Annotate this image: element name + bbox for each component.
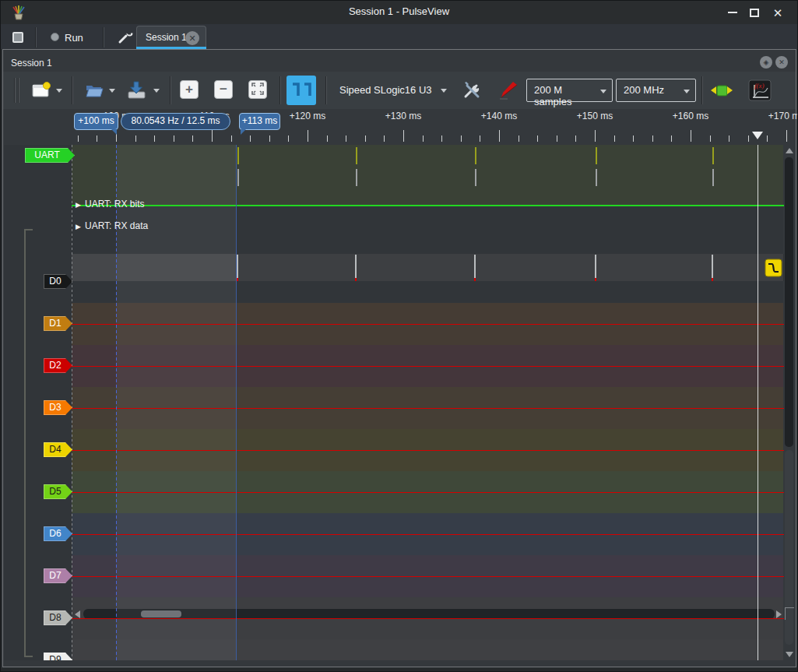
scroll-left-icon[interactable] (75, 610, 80, 618)
device-dropdown-arrow[interactable] (441, 89, 447, 93)
ruler-tick (327, 135, 328, 142)
ruler-tick (403, 130, 404, 142)
d0-pulse (237, 255, 238, 280)
time-flag-113ms[interactable]: +113 ms (239, 113, 280, 130)
device-selector[interactable]: Sipeed SLogic16 U3 (339, 84, 432, 96)
d0-pulse (595, 255, 596, 280)
close-button[interactable]: ✕ (768, 1, 788, 24)
pulseview-window: Session 1 - PulseView ✕ Run Session 1 ✕ … (0, 0, 798, 672)
settings-wrench-icon[interactable] (116, 29, 133, 46)
decoder-row-expander[interactable]: ▶ (76, 223, 81, 230)
tab-session-1[interactable]: Session 1 ✕ (136, 26, 206, 49)
decoder-annotation-mark (475, 169, 476, 186)
stop-button[interactable] (12, 32, 23, 43)
zoom-out-button[interactable]: − (214, 80, 233, 99)
time-ruler[interactable]: +100 ms 80.0543 Hz / 12.5 ms +113 ms +10… (4, 109, 795, 145)
decoder-tag-uart[interactable]: UART (25, 148, 75, 163)
open-file-dropdown-arrow[interactable] (109, 89, 115, 93)
save-file-dropdown-arrow[interactable] (153, 89, 160, 93)
show-sampling-points-button[interactable] (287, 76, 316, 105)
ruler-tick (595, 130, 596, 142)
d0-pulse-foot (355, 278, 357, 281)
channel-group-bracket-hook (24, 656, 33, 657)
ruler-tick (480, 135, 480, 142)
panel-close-button[interactable]: ✕ (775, 56, 788, 69)
ruler-tick (671, 135, 672, 142)
channel-tag-d5[interactable]: D5 (44, 484, 72, 499)
channel-tag-d7[interactable]: D7 (44, 568, 72, 583)
sample-count-combo[interactable]: 200 M samples (526, 79, 613, 102)
trigger-falling-edge-badge[interactable] (765, 259, 782, 277)
zoom-in-button[interactable]: + (180, 80, 199, 99)
scroll-down-icon[interactable] (786, 652, 793, 657)
channel-tag-d2[interactable]: D2 (44, 358, 72, 373)
ruler-tick (710, 135, 711, 142)
separator (325, 76, 327, 104)
new-session-dropdown-arrow[interactable] (56, 89, 62, 93)
panel-float-button[interactable]: ◈ (760, 56, 772, 69)
run-button[interactable]: Run (65, 32, 83, 44)
ruler-tick (461, 135, 462, 142)
window-title: Session 1 - PulseView (1, 5, 797, 17)
signal-line-d1 (72, 324, 784, 325)
zoom-fit-button[interactable] (248, 80, 267, 99)
channel-tag-d9[interactable]: D9 (44, 653, 72, 660)
save-file-icon[interactable] (126, 79, 148, 101)
separator (103, 27, 104, 47)
vertical-scrollbar-thumb[interactable] (785, 157, 793, 447)
separator (170, 76, 171, 104)
add-decoder-icon[interactable] (710, 80, 733, 100)
vertical-scrollbar[interactable] (783, 145, 795, 660)
signal-line-d2 (72, 366, 784, 367)
channels-probe-icon[interactable] (497, 79, 519, 101)
ruler-tick (614, 135, 615, 142)
resize-grip[interactable] (785, 607, 794, 620)
cursor-pair-label[interactable]: 80.0543 Hz / 12.5 ms (121, 113, 230, 130)
channel-tag-d6[interactable]: D6 (44, 526, 72, 541)
trigger-marker-icon[interactable] (752, 132, 763, 139)
ruler-tick (269, 135, 270, 142)
cursor-2-line[interactable] (236, 145, 237, 660)
decoder-row-expander[interactable]: ▶ (76, 201, 81, 209)
flag-notch (111, 129, 117, 135)
separator (72, 76, 73, 104)
ruler-tick (346, 135, 346, 142)
scroll-up-icon[interactable] (786, 148, 793, 153)
decoder-row-label: UART: RX data (85, 220, 148, 231)
minimize-button[interactable] (722, 1, 743, 24)
ruler-time-label: +150 ms (560, 111, 630, 121)
signal-line-d7 (72, 576, 784, 577)
channel-tag-d4[interactable]: D4 (44, 442, 72, 457)
scroll-right-icon[interactable] (776, 610, 782, 618)
signal-line-d6 (72, 534, 784, 535)
decoder-annotation-mark (596, 147, 597, 164)
d0-pulse-foot (712, 278, 713, 281)
channel-tag-d0[interactable]: D0 (44, 274, 72, 289)
toolbar-handle[interactable] (14, 78, 16, 103)
signal-line-d3 (72, 408, 784, 409)
sample-rate-combo[interactable]: 200 MHz (616, 79, 696, 102)
add-math-signal-icon[interactable]: f(x) (747, 79, 772, 102)
configure-device-icon[interactable] (461, 79, 483, 101)
trace-view[interactable]: D0D1D2D3D4D5D6D7D8D9D10UART▶UART: RX bit… (4, 145, 795, 660)
maximize-button[interactable] (744, 1, 765, 24)
channel-tag-d1[interactable]: D1 (44, 316, 72, 331)
d0-pulse-foot (595, 278, 596, 281)
channel-group-bracket[interactable] (24, 229, 26, 657)
run-state-icon (51, 33, 59, 41)
open-file-icon[interactable] (84, 80, 106, 100)
ruler-tick (192, 135, 193, 142)
new-session-icon[interactable] (31, 80, 53, 100)
separator (35, 27, 37, 47)
time-flag-100ms[interactable]: +100 ms (74, 113, 118, 130)
ruler-tick (174, 135, 174, 142)
channel-group-bracket-hook (24, 229, 33, 230)
toolbar-handle[interactable] (18, 78, 19, 103)
channel-tag-d8[interactable]: D8 (44, 610, 72, 625)
trigger-position-line (758, 145, 758, 660)
decoder-row-label: UART: RX bits (85, 199, 144, 209)
zoom-out-icon: − (220, 82, 227, 97)
d0-pulse (712, 255, 713, 280)
channel-tag-d3[interactable]: D3 (44, 400, 72, 415)
tab-close-button[interactable]: ✕ (185, 31, 199, 45)
